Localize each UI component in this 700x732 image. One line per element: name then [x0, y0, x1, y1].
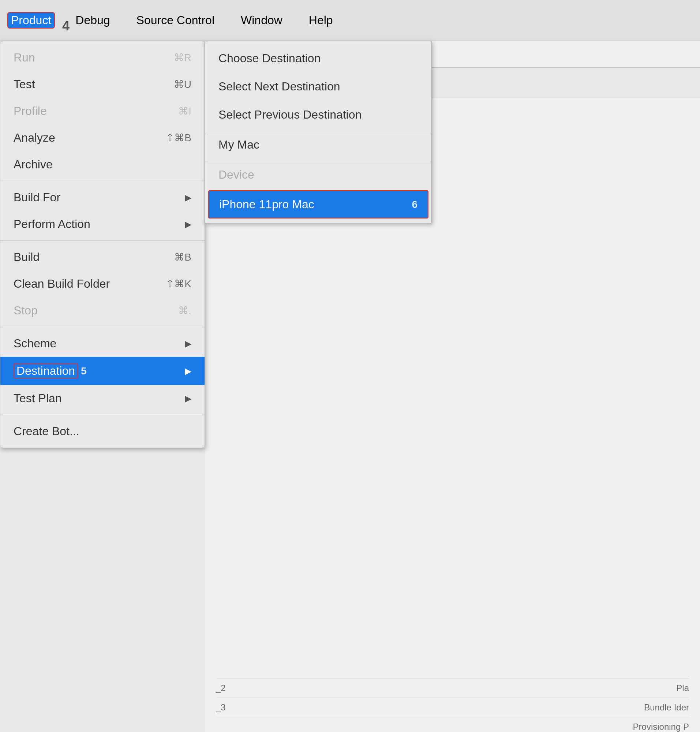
source-control-label: Source Control — [137, 13, 215, 27]
menu-item-clean-build-folder[interactable]: Clean Build Folder ⇧⌘K — [0, 271, 204, 297]
select-next-label: Select Next Destination — [218, 80, 340, 93]
destination-submenu: Choose Destination Select Next Destinati… — [205, 41, 432, 223]
run-label: Run — [13, 51, 35, 65]
menu-item-test-plan[interactable]: Test Plan ▶ — [0, 385, 204, 412]
menu-group-2: Build For ▶ Perform Action ▶ — [0, 181, 204, 241]
step-5-badge: 5 — [81, 365, 87, 377]
menu-item-analyze[interactable]: Analyze ⇧⌘B — [0, 124, 204, 151]
my-mac-label: My Mac — [218, 138, 259, 151]
build-for-label: Build For — [13, 191, 60, 204]
menu-item-perform-action[interactable]: Perform Action ▶ — [0, 211, 204, 237]
choose-destination-label: Choose Destination — [218, 52, 321, 65]
menu-item-create-bot[interactable]: Create Bot... — [0, 418, 204, 445]
menu-item-profile[interactable]: Profile ⌘I — [0, 98, 204, 124]
profile-shortcut: ⌘I — [178, 105, 191, 117]
stop-shortcut: ⌘. — [178, 305, 191, 317]
run-shortcut: ⌘R — [174, 52, 191, 64]
test-plan-arrow: ▶ — [185, 393, 191, 404]
bottom-row-0: _2 Pla — [216, 678, 689, 698]
iphone-11pro-mac-label: iPhone 11pro Mac — [219, 197, 314, 211]
build-label: Build — [13, 250, 40, 264]
menu-item-scheme[interactable]: Scheme ▶ — [0, 330, 204, 357]
menu-bar-window[interactable]: Window — [235, 10, 288, 30]
destination-label: Destination — [16, 364, 75, 377]
stop-label: Stop — [13, 304, 38, 317]
test-shortcut: ⌘U — [174, 78, 191, 90]
menu-item-test[interactable]: Test ⌘U — [0, 71, 204, 98]
menu-item-archive[interactable]: Archive — [0, 151, 204, 178]
menu-item-build-for[interactable]: Build For ▶ — [0, 184, 204, 211]
step-4-badge: 4 — [62, 18, 69, 34]
test-plan-label: Test Plan — [13, 392, 62, 405]
help-label: Help — [309, 13, 333, 27]
submenu-device: Device — [205, 162, 431, 189]
menu-item-stop[interactable]: Stop ⌘. — [0, 297, 204, 324]
menu-item-run[interactable]: Run ⌘R — [0, 44, 204, 71]
menu-bar-help[interactable]: Help — [303, 10, 339, 30]
perform-action-label: Perform Action — [13, 217, 90, 231]
menu-bar-source-control[interactable]: Source Control — [131, 10, 220, 30]
debug-label: Debug — [75, 13, 110, 27]
destination-arrow: ▶ — [185, 366, 191, 376]
device-label: Device — [218, 168, 254, 181]
submenu-my-mac[interactable]: My Mac — [205, 132, 431, 159]
product-label: Product — [11, 13, 51, 27]
analyze-shortcut: ⇧⌘B — [166, 132, 191, 144]
bottom-rows: _2 Pla _3 Bundle Ider Provisioning P — [205, 678, 700, 732]
archive-label: Archive — [13, 158, 53, 171]
destination-label-box: Destination — [13, 364, 78, 379]
select-previous-label: Select Previous Destination — [218, 108, 362, 121]
bottom-row-1: _3 Bundle Ider — [216, 698, 689, 717]
build-shortcut: ⌘B — [174, 251, 191, 263]
analyze-label: Analyze — [13, 131, 55, 144]
perform-action-arrow: ▶ — [185, 219, 191, 230]
scheme-arrow: ▶ — [185, 339, 191, 349]
test-label: Test — [13, 78, 35, 91]
submenu-iphone-11pro-mac[interactable]: iPhone 11pro Mac 6 — [208, 190, 428, 218]
window-label: Window — [241, 13, 282, 27]
profile-label: Profile — [13, 104, 47, 118]
menu-bar: Product Debug Source Control Window Help — [0, 0, 700, 41]
submenu-choose-destination[interactable]: Choose Destination — [205, 44, 431, 72]
bottom-row-2: Provisioning P — [216, 717, 689, 726]
submenu-select-previous-destination[interactable]: Select Previous Destination — [205, 101, 431, 129]
clean-build-folder-shortcut: ⇧⌘K — [166, 278, 191, 290]
menu-item-destination[interactable]: Destination 5 ▶ — [0, 357, 204, 385]
menu-group-5: Create Bot... — [0, 415, 204, 448]
submenu-select-next-destination[interactable]: Select Next Destination — [205, 72, 431, 101]
menu-bar-debug[interactable]: Debug — [69, 10, 116, 30]
menu-group-1: Run ⌘R Test ⌘U Profile ⌘I Analyze ⇧⌘B Ar… — [0, 41, 204, 181]
menu-bar-product[interactable]: Product — [7, 12, 55, 28]
product-dropdown: Run ⌘R Test ⌘U Profile ⌘I Analyze ⇧⌘B Ar… — [0, 41, 205, 448]
menu-item-build[interactable]: Build ⌘B — [0, 244, 204, 271]
build-for-arrow: ▶ — [185, 193, 191, 203]
create-bot-label: Create Bot... — [13, 424, 79, 438]
clean-build-folder-label: Clean Build Folder — [13, 277, 110, 291]
scheme-label: Scheme — [13, 337, 56, 350]
step-6-badge: 6 — [412, 199, 418, 211]
menu-group-3: Build ⌘B Clean Build Folder ⇧⌘K Stop ⌘. — [0, 241, 204, 327]
menu-group-4: Scheme ▶ Destination 5 ▶ Test Plan ▶ — [0, 327, 204, 415]
